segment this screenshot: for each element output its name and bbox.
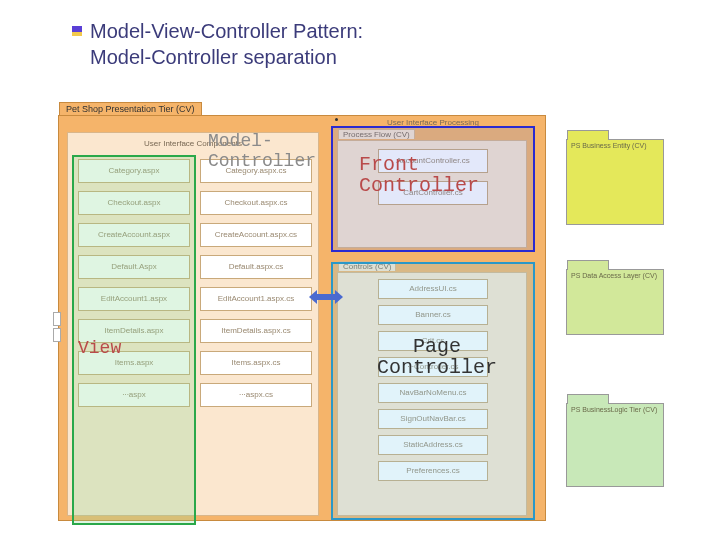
- process-flow-label: Process Flow (CV): [338, 129, 415, 139]
- title-bullet-icon: [72, 26, 82, 36]
- file-box: Category.aspx: [78, 159, 190, 183]
- controls-package: Controls (CV) AddressUI.cs Banner.cs Cri…: [337, 272, 527, 516]
- business-logic-label: PS BusinessLogic Tier (CV): [571, 406, 657, 413]
- file-box: AccountController.cs: [378, 149, 488, 173]
- business-logic-package: PS BusinessLogic Tier (CV): [566, 403, 664, 487]
- title-line-1: Model-View-Controller Pattern:: [90, 18, 363, 44]
- file-box: ···aspx.cs: [200, 383, 312, 407]
- data-access-label: PS Data Access Layer (CV): [571, 272, 657, 279]
- file-box: NavBarNoMenu.cs: [378, 383, 488, 403]
- aspx-column: Category.aspx Checkout.aspx CreateAccoun…: [78, 159, 190, 407]
- business-entity-package: PS Business Entity (CV): [566, 139, 664, 225]
- process-flow-package: Process Flow (CV) AccountController.cs C…: [337, 140, 527, 248]
- file-box: Default.Aspx: [78, 255, 190, 279]
- presentation-tier-package: Pet Shop Presentation Tier (CV) User Int…: [58, 115, 546, 521]
- file-box: EditAccount1.aspx: [78, 287, 190, 311]
- file-box: Items.aspx: [78, 351, 190, 375]
- controls-items: AddressUI.cs Banner.cs Crit.cs ···Contro…: [378, 279, 488, 481]
- port-icon: [53, 312, 61, 326]
- process-flow-items: AccountController.cs CartController.cs: [378, 149, 488, 205]
- file-box: Preferences.cs: [378, 461, 488, 481]
- ui-processing-label: User Interface Processing: [333, 118, 533, 127]
- presentation-tier-label: Pet Shop Presentation Tier (CV): [59, 102, 202, 115]
- package-tab-icon: [567, 394, 609, 404]
- file-box: Category.aspx.cs: [200, 159, 312, 183]
- file-box: Default.aspx.cs: [200, 255, 312, 279]
- file-box: SignOutNavBar.cs: [378, 409, 488, 429]
- file-box: ···Controller.cs: [378, 357, 488, 377]
- file-box: ItemDetails.aspx: [78, 319, 190, 343]
- file-box: ItemDetails.aspx.cs: [200, 319, 312, 343]
- file-box: Banner.cs: [378, 305, 488, 325]
- ui-components-label: User Interface Components: [68, 139, 318, 148]
- codebehind-column: Category.aspx.cs Checkout.aspx.cs Create…: [200, 159, 312, 407]
- file-box: ···aspx: [78, 383, 190, 407]
- port-icon: [53, 328, 61, 342]
- package-tab-icon: [567, 130, 609, 140]
- file-box: Checkout.aspx.cs: [200, 191, 312, 215]
- file-box: Items.aspx.cs: [200, 351, 312, 375]
- title-line-2: Model-Controller separation: [90, 44, 363, 70]
- controls-label: Controls (CV): [338, 261, 396, 271]
- data-access-package: PS Data Access Layer (CV): [566, 269, 664, 335]
- file-box: CreateAccount.aspx.cs: [200, 223, 312, 247]
- ui-components-package: User Interface Components Category.aspx …: [67, 132, 319, 516]
- slide-title: Model-View-Controller Pattern: Model-Con…: [90, 18, 363, 70]
- file-box: EditAccount1.aspx.cs: [200, 287, 312, 311]
- file-box: Crit.cs: [378, 331, 488, 351]
- file-box: StaticAddress.cs: [378, 435, 488, 455]
- business-entity-label: PS Business Entity (CV): [571, 142, 646, 149]
- file-box: AddressUI.cs: [378, 279, 488, 299]
- file-box: CreateAccount.aspx: [78, 223, 190, 247]
- file-box: CartController.cs: [378, 181, 488, 205]
- file-box: Checkout.aspx: [78, 191, 190, 215]
- package-tab-icon: [567, 260, 609, 270]
- diagram-canvas: Pet Shop Presentation Tier (CV) User Int…: [58, 115, 668, 523]
